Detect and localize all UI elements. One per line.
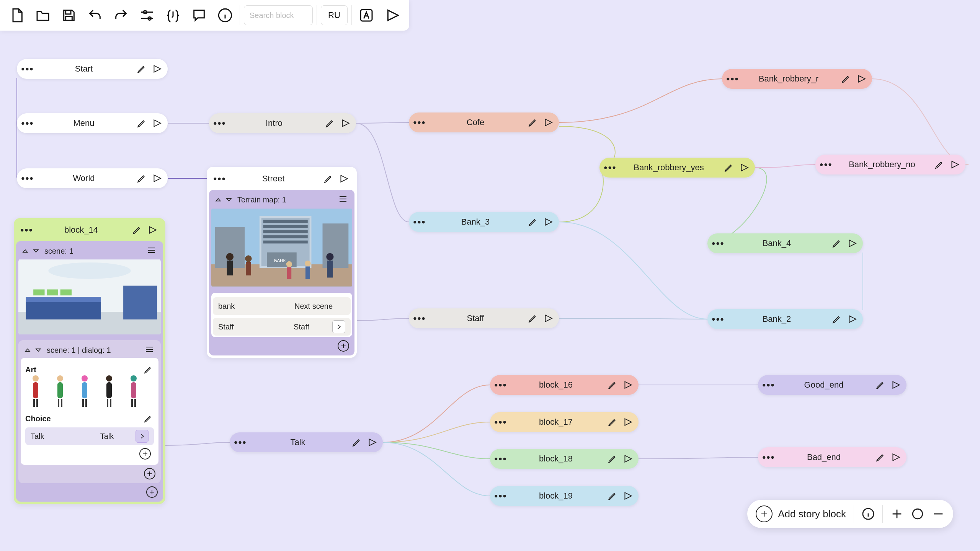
node-staff[interactable]: ••• Staff	[409, 308, 559, 328]
edit-icon[interactable]	[526, 215, 540, 229]
play-icon[interactable]	[150, 116, 164, 130]
canvas[interactable]: ••• Start ••• Menu ••• World ••• Intro •…	[0, 0, 980, 551]
save-icon[interactable]	[56, 2, 82, 28]
hamburger-icon[interactable]	[147, 246, 158, 257]
info-button[interactable]	[862, 507, 875, 520]
zoom-out-button[interactable]	[932, 507, 945, 520]
collapse-up-icon[interactable]	[21, 247, 29, 255]
play-icon[interactable]	[889, 450, 903, 464]
edit-icon[interactable]	[839, 72, 853, 86]
add-choice-button[interactable]: +	[139, 448, 151, 460]
comment-icon[interactable]	[186, 2, 212, 28]
hamburger-icon[interactable]	[145, 345, 155, 356]
edit-icon[interactable]	[722, 161, 736, 174]
node-block16[interactable]: ••• block_16	[490, 375, 639, 395]
play-icon[interactable]	[737, 161, 751, 174]
play-icon[interactable]	[948, 158, 962, 171]
edit-icon[interactable]	[142, 413, 154, 424]
arrow-right-icon[interactable]	[136, 430, 149, 443]
node-menu[interactable]: ••• Menu	[17, 113, 168, 133]
node-block18[interactable]: ••• block_18	[490, 449, 639, 469]
terrain-row-staff[interactable]: Staff Staff	[213, 318, 351, 336]
edit-icon[interactable]	[874, 450, 887, 464]
play-icon[interactable]	[145, 223, 159, 237]
new-file-icon[interactable]	[4, 2, 30, 28]
node-bank-robbery-yes[interactable]: ••• Bank_robbery_yes	[599, 158, 755, 178]
search-input[interactable]	[244, 5, 313, 25]
node-intro[interactable]: ••• Intro	[209, 113, 356, 133]
play-icon[interactable]	[889, 378, 903, 392]
play-icon[interactable]	[621, 489, 635, 503]
typography-icon[interactable]	[353, 2, 379, 28]
open-folder-icon[interactable]	[30, 2, 56, 28]
node-bank-robbery-r[interactable]: ••• Bank_robbery_r	[722, 69, 872, 89]
play-icon[interactable]	[337, 172, 351, 186]
terrain-row-bank[interactable]: bank Next scene	[213, 297, 351, 315]
terrain-thumbnail[interactable]: БАНК	[211, 207, 352, 288]
edit-icon[interactable]	[606, 415, 619, 429]
node-good-end[interactable]: ••• Good_end	[758, 375, 906, 395]
add-scene-button[interactable]: +	[146, 486, 158, 498]
edit-icon[interactable]	[830, 312, 844, 326]
node-world[interactable]: ••• World	[17, 168, 168, 188]
node-bad-end[interactable]: ••• Bad_end	[758, 447, 906, 467]
edit-icon[interactable]	[933, 158, 946, 171]
edit-icon[interactable]	[526, 116, 540, 129]
edit-icon[interactable]	[142, 364, 154, 375]
collapse-up-icon[interactable]	[24, 346, 31, 354]
edit-icon[interactable]	[323, 116, 337, 130]
add-row-button[interactable]: +	[338, 340, 349, 352]
zoom-reset-button[interactable]	[911, 507, 924, 520]
hamburger-icon[interactable]	[338, 194, 349, 205]
run-icon[interactable]	[379, 2, 405, 28]
play-icon[interactable]	[621, 452, 635, 466]
card-block14[interactable]: ••• block_14 scene: 1 scene: 1 | dialog:…	[14, 218, 165, 504]
add-dialog-button[interactable]: +	[144, 468, 155, 479]
play-icon[interactable]	[854, 72, 868, 86]
choice-row[interactable]: Talk Talk	[25, 427, 154, 445]
edit-icon[interactable]	[526, 311, 540, 325]
edit-icon[interactable]	[606, 378, 619, 392]
edit-icon[interactable]	[350, 435, 364, 449]
play-icon[interactable]	[845, 312, 859, 326]
language-selector[interactable]: RU	[321, 5, 348, 25]
edit-icon[interactable]	[135, 171, 149, 185]
zoom-in-button[interactable]	[890, 507, 903, 520]
play-icon[interactable]	[621, 415, 635, 429]
play-icon[interactable]	[621, 378, 635, 392]
edit-icon[interactable]	[135, 62, 149, 76]
add-story-block-button[interactable]: + Add story block	[756, 505, 846, 522]
collapse-down-icon[interactable]	[32, 247, 40, 255]
settings-sliders-icon[interactable]	[134, 2, 160, 28]
edit-icon[interactable]	[135, 116, 149, 130]
info-icon[interactable]	[212, 2, 238, 28]
node-block17[interactable]: ••• block_17	[490, 412, 639, 432]
code-json-icon[interactable]	[160, 2, 186, 28]
edit-icon[interactable]	[874, 378, 887, 392]
play-icon[interactable]	[150, 62, 164, 76]
card-street[interactable]: ••• Street Terrain map: 1 БАНК	[207, 167, 357, 358]
play-icon[interactable]	[541, 215, 555, 229]
node-bank2[interactable]: ••• Bank_2	[707, 309, 863, 329]
collapse-down-icon[interactable]	[34, 346, 42, 354]
play-icon[interactable]	[541, 311, 555, 325]
play-icon[interactable]	[150, 171, 164, 185]
node-talk[interactable]: ••• Talk	[230, 432, 383, 452]
edit-icon[interactable]	[606, 489, 619, 503]
play-icon[interactable]	[365, 435, 379, 449]
node-bank-robbery-no[interactable]: ••• Bank_robbery_no	[815, 155, 965, 174]
edit-icon[interactable]	[130, 223, 144, 237]
arrow-right-icon[interactable]	[332, 320, 345, 333]
node-cofe[interactable]: ••• Cofe	[409, 112, 559, 132]
node-bank3[interactable]: ••• Bank_3	[409, 212, 559, 232]
node-bank4[interactable]: ••• Bank_4	[707, 233, 863, 253]
scene-thumbnail[interactable]	[18, 259, 161, 335]
play-icon[interactable]	[845, 236, 859, 250]
edit-icon[interactable]	[830, 236, 844, 250]
undo-icon[interactable]	[82, 2, 108, 28]
play-icon[interactable]	[338, 116, 352, 130]
collapse-down-icon[interactable]	[225, 196, 233, 204]
node-block19[interactable]: ••• block_19	[490, 486, 639, 506]
edit-icon[interactable]	[322, 172, 335, 186]
play-icon[interactable]	[541, 116, 555, 129]
